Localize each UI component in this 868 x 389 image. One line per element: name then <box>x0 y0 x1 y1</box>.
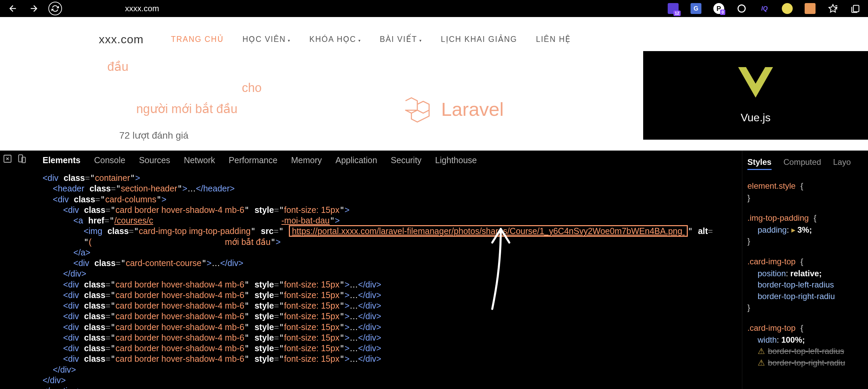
svg-marker-6 <box>738 67 773 98</box>
back-button[interactable] <box>7 2 19 15</box>
tab-application[interactable]: Application <box>336 155 377 165</box>
tab-sources[interactable]: Sources <box>139 155 170 165</box>
tab-styles[interactable]: Styles <box>747 157 772 170</box>
css-rule[interactable]: .card-img-top { position: relative; bord… <box>747 256 868 314</box>
site-logo[interactable]: xxx.com <box>99 33 144 46</box>
laravel-logo-icon <box>402 94 433 124</box>
translate-icon[interactable]: G <box>691 3 701 14</box>
extension-icon[interactable] <box>736 3 747 14</box>
hero-line: đầu <box>107 60 262 74</box>
nav-item-schedule[interactable]: LỊCH KHAI GIẢNG <box>441 35 517 44</box>
favorites-icon[interactable] <box>827 3 838 14</box>
nav-item-contact[interactable]: LIÊN HỆ <box>536 35 571 44</box>
chevron-down-icon: ▾ <box>419 38 422 43</box>
css-rule[interactable]: .img-top-padding { padding: ▸3%; } <box>747 212 868 247</box>
browser-toolbar: xxxx.com 12 G P 0 IQ <box>0 0 868 17</box>
tab-elements[interactable]: Elements <box>43 155 80 165</box>
inspect-icon[interactable] <box>3 154 12 164</box>
hero-line: cho <box>242 81 262 95</box>
hero-line: người mới bắt đầu <box>136 102 262 116</box>
devtools-panel: Elements Console Sources Network Perform… <box>0 151 868 389</box>
address-bar[interactable]: xxxx.com <box>125 4 159 13</box>
devtools-main: Elements Console Sources Network Perform… <box>36 151 742 389</box>
devtools-sidebar: Styles Computed Layo element.style { } .… <box>742 151 868 389</box>
chevron-down-icon: ▾ <box>288 38 291 43</box>
tab-security[interactable]: Security <box>391 155 421 165</box>
tab-console[interactable]: Console <box>94 155 125 165</box>
hero-subtext: 72 lượt đánh giá <box>119 130 262 141</box>
nav-item-home[interactable]: TRANG CHỦ <box>171 35 224 44</box>
annotation-arrow <box>482 224 520 312</box>
tab-memory[interactable]: Memory <box>291 155 322 165</box>
nav-item-courses[interactable]: KHÓA HỌC▾ <box>309 35 361 44</box>
chevron-down-icon: ▾ <box>358 38 361 43</box>
tab-layout[interactable]: Layo <box>833 157 851 170</box>
collections-icon[interactable] <box>850 3 861 14</box>
extension-badge: 12 <box>673 11 681 16</box>
nav-item-students[interactable]: HỌC VIÊN▾ <box>243 35 291 44</box>
extension-icon[interactable]: IQ <box>759 3 770 14</box>
tab-performance[interactable]: Performance <box>229 155 277 165</box>
styles-tabs: Styles Computed Layo <box>747 157 868 170</box>
device-toggle-icon[interactable] <box>17 154 27 164</box>
laravel-card[interactable]: Laravel <box>402 94 504 124</box>
devtools-tabs: Elements Console Sources Network Perform… <box>36 151 742 173</box>
devtools-left-icons <box>0 151 36 389</box>
reload-button[interactable] <box>48 2 62 15</box>
site-header: xxx.com TRANG CHỦ HỌC VIÊN▾ KHÓA HỌC▾ BÀ… <box>0 17 868 51</box>
tab-network[interactable]: Network <box>184 155 215 165</box>
extension-icon[interactable] <box>782 3 793 14</box>
forward-button[interactable] <box>28 2 40 15</box>
laravel-label: Laravel <box>441 98 504 120</box>
css-rule[interactable]: .card-img-top { width: 100%; ⚠border-top… <box>747 322 868 368</box>
extension-icon[interactable] <box>805 3 816 14</box>
extension-icon[interactable]: 12 <box>668 3 679 14</box>
extension-icons: 12 G P 0 IQ <box>668 3 861 14</box>
extension-badge: 0 <box>720 10 725 15</box>
vue-label: Vue.js <box>741 111 771 124</box>
dom-tree[interactable]: <div class="container"> <header class="s… <box>36 173 742 389</box>
hero-section: đầu cho người mới bắt đầu 72 lượt đánh g… <box>0 51 868 151</box>
hero-text: đầu cho người mới bắt đầu 72 lượt đánh g… <box>99 60 262 151</box>
nav-item-articles[interactable]: BÀI VIẾT▾ <box>380 35 422 44</box>
main-nav: TRANG CHỦ HỌC VIÊN▾ KHÓA HỌC▾ BÀI VIẾT▾ … <box>171 35 571 44</box>
svg-point-0 <box>738 5 745 12</box>
extension-icon[interactable]: P 0 <box>713 3 724 14</box>
svg-rect-5 <box>853 5 859 12</box>
page-content: xxx.com TRANG CHỦ HỌC VIÊN▾ KHÓA HỌC▾ BÀ… <box>0 17 868 151</box>
tab-lighthouse[interactable]: Lighthouse <box>435 155 477 165</box>
vue-card[interactable]: Vue.js <box>643 51 868 140</box>
css-rule[interactable]: element.style { } <box>747 180 868 204</box>
vue-logo-icon <box>733 67 778 105</box>
tab-computed[interactable]: Computed <box>784 157 821 170</box>
